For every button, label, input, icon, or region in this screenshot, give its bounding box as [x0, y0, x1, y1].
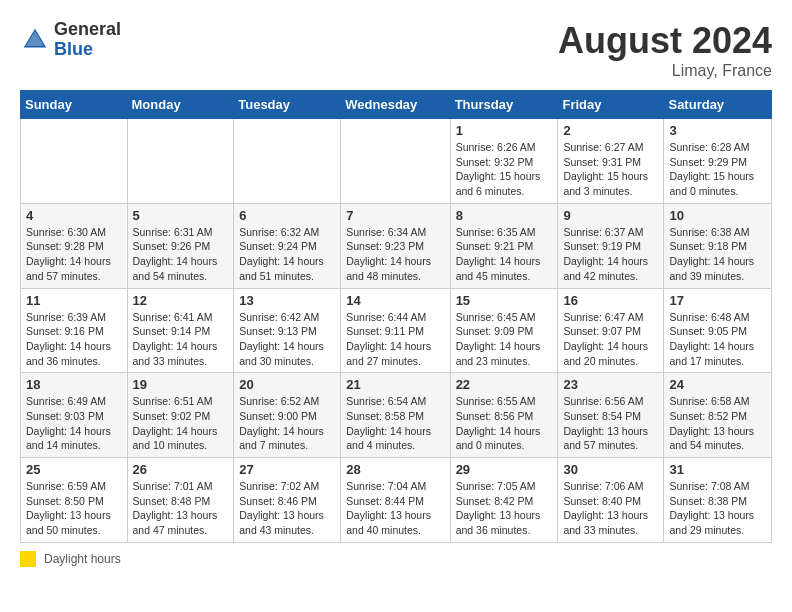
calendar-cell: 6Sunrise: 6:32 AM Sunset: 9:24 PM Daylig… — [234, 203, 341, 288]
legend-color-box — [20, 551, 36, 567]
day-info: Sunrise: 6:54 AM Sunset: 8:58 PM Dayligh… — [346, 394, 444, 453]
day-number: 26 — [133, 462, 229, 477]
calendar-cell: 22Sunrise: 6:55 AM Sunset: 8:56 PM Dayli… — [450, 373, 558, 458]
calendar-cell: 15Sunrise: 6:45 AM Sunset: 9:09 PM Dayli… — [450, 288, 558, 373]
day-number: 27 — [239, 462, 335, 477]
day-number: 6 — [239, 208, 335, 223]
day-info: Sunrise: 7:02 AM Sunset: 8:46 PM Dayligh… — [239, 479, 335, 538]
day-info: Sunrise: 6:44 AM Sunset: 9:11 PM Dayligh… — [346, 310, 444, 369]
day-info: Sunrise: 6:30 AM Sunset: 9:28 PM Dayligh… — [26, 225, 122, 284]
day-number: 13 — [239, 293, 335, 308]
day-number: 5 — [133, 208, 229, 223]
calendar-cell: 28Sunrise: 7:04 AM Sunset: 8:44 PM Dayli… — [341, 458, 450, 543]
logo-icon — [20, 25, 50, 55]
calendar-week-row: 18Sunrise: 6:49 AM Sunset: 9:03 PM Dayli… — [21, 373, 772, 458]
day-info: Sunrise: 6:32 AM Sunset: 9:24 PM Dayligh… — [239, 225, 335, 284]
day-info: Sunrise: 6:26 AM Sunset: 9:32 PM Dayligh… — [456, 140, 553, 199]
calendar-cell: 21Sunrise: 6:54 AM Sunset: 8:58 PM Dayli… — [341, 373, 450, 458]
legend: Daylight hours — [20, 551, 772, 567]
day-info: Sunrise: 6:47 AM Sunset: 9:07 PM Dayligh… — [563, 310, 658, 369]
calendar-cell: 17Sunrise: 6:48 AM Sunset: 9:05 PM Dayli… — [664, 288, 772, 373]
logo: General Blue — [20, 20, 121, 60]
calendar-cell: 7Sunrise: 6:34 AM Sunset: 9:23 PM Daylig… — [341, 203, 450, 288]
calendar-cell — [234, 119, 341, 204]
calendar-cell: 16Sunrise: 6:47 AM Sunset: 9:07 PM Dayli… — [558, 288, 664, 373]
day-number: 22 — [456, 377, 553, 392]
day-info: Sunrise: 6:49 AM Sunset: 9:03 PM Dayligh… — [26, 394, 122, 453]
calendar-week-row: 1Sunrise: 6:26 AM Sunset: 9:32 PM Daylig… — [21, 119, 772, 204]
day-info: Sunrise: 6:41 AM Sunset: 9:14 PM Dayligh… — [133, 310, 229, 369]
calendar-header-wednesday: Wednesday — [341, 91, 450, 119]
day-info: Sunrise: 6:31 AM Sunset: 9:26 PM Dayligh… — [133, 225, 229, 284]
calendar-cell: 1Sunrise: 6:26 AM Sunset: 9:32 PM Daylig… — [450, 119, 558, 204]
page-header: General Blue August 2024 Limay, France — [20, 20, 772, 80]
day-info: Sunrise: 7:04 AM Sunset: 8:44 PM Dayligh… — [346, 479, 444, 538]
calendar-header-saturday: Saturday — [664, 91, 772, 119]
calendar-cell: 14Sunrise: 6:44 AM Sunset: 9:11 PM Dayli… — [341, 288, 450, 373]
day-info: Sunrise: 6:34 AM Sunset: 9:23 PM Dayligh… — [346, 225, 444, 284]
day-info: Sunrise: 6:52 AM Sunset: 9:00 PM Dayligh… — [239, 394, 335, 453]
calendar-week-row: 11Sunrise: 6:39 AM Sunset: 9:16 PM Dayli… — [21, 288, 772, 373]
calendar-cell: 30Sunrise: 7:06 AM Sunset: 8:40 PM Dayli… — [558, 458, 664, 543]
day-number: 9 — [563, 208, 658, 223]
day-info: Sunrise: 6:28 AM Sunset: 9:29 PM Dayligh… — [669, 140, 766, 199]
day-info: Sunrise: 6:42 AM Sunset: 9:13 PM Dayligh… — [239, 310, 335, 369]
day-info: Sunrise: 6:38 AM Sunset: 9:18 PM Dayligh… — [669, 225, 766, 284]
calendar-cell: 12Sunrise: 6:41 AM Sunset: 9:14 PM Dayli… — [127, 288, 234, 373]
day-number: 24 — [669, 377, 766, 392]
calendar-header-thursday: Thursday — [450, 91, 558, 119]
day-number: 4 — [26, 208, 122, 223]
calendar-header-friday: Friday — [558, 91, 664, 119]
logo-text: General Blue — [54, 20, 121, 60]
calendar-cell: 20Sunrise: 6:52 AM Sunset: 9:00 PM Dayli… — [234, 373, 341, 458]
day-number: 21 — [346, 377, 444, 392]
title-block: August 2024 Limay, France — [558, 20, 772, 80]
calendar-cell — [21, 119, 128, 204]
calendar-cell: 9Sunrise: 6:37 AM Sunset: 9:19 PM Daylig… — [558, 203, 664, 288]
calendar-header-row: SundayMondayTuesdayWednesdayThursdayFrid… — [21, 91, 772, 119]
calendar-cell: 5Sunrise: 6:31 AM Sunset: 9:26 PM Daylig… — [127, 203, 234, 288]
day-info: Sunrise: 7:05 AM Sunset: 8:42 PM Dayligh… — [456, 479, 553, 538]
day-info: Sunrise: 6:59 AM Sunset: 8:50 PM Dayligh… — [26, 479, 122, 538]
calendar-week-row: 25Sunrise: 6:59 AM Sunset: 8:50 PM Dayli… — [21, 458, 772, 543]
day-number: 25 — [26, 462, 122, 477]
day-info: Sunrise: 6:55 AM Sunset: 8:56 PM Dayligh… — [456, 394, 553, 453]
calendar-cell: 26Sunrise: 7:01 AM Sunset: 8:48 PM Dayli… — [127, 458, 234, 543]
calendar-cell: 10Sunrise: 6:38 AM Sunset: 9:18 PM Dayli… — [664, 203, 772, 288]
calendar-cell: 31Sunrise: 7:08 AM Sunset: 8:38 PM Dayli… — [664, 458, 772, 543]
day-info: Sunrise: 6:51 AM Sunset: 9:02 PM Dayligh… — [133, 394, 229, 453]
calendar-cell: 19Sunrise: 6:51 AM Sunset: 9:02 PM Dayli… — [127, 373, 234, 458]
calendar-table: SundayMondayTuesdayWednesdayThursdayFrid… — [20, 90, 772, 543]
day-info: Sunrise: 6:27 AM Sunset: 9:31 PM Dayligh… — [563, 140, 658, 199]
day-info: Sunrise: 6:37 AM Sunset: 9:19 PM Dayligh… — [563, 225, 658, 284]
calendar-header-sunday: Sunday — [21, 91, 128, 119]
calendar-cell: 27Sunrise: 7:02 AM Sunset: 8:46 PM Dayli… — [234, 458, 341, 543]
day-number: 18 — [26, 377, 122, 392]
day-info: Sunrise: 7:08 AM Sunset: 8:38 PM Dayligh… — [669, 479, 766, 538]
day-info: Sunrise: 6:48 AM Sunset: 9:05 PM Dayligh… — [669, 310, 766, 369]
day-info: Sunrise: 6:35 AM Sunset: 9:21 PM Dayligh… — [456, 225, 553, 284]
calendar-header-tuesday: Tuesday — [234, 91, 341, 119]
calendar-week-row: 4Sunrise: 6:30 AM Sunset: 9:28 PM Daylig… — [21, 203, 772, 288]
calendar-cell: 18Sunrise: 6:49 AM Sunset: 9:03 PM Dayli… — [21, 373, 128, 458]
day-number: 31 — [669, 462, 766, 477]
day-number: 28 — [346, 462, 444, 477]
day-number: 8 — [456, 208, 553, 223]
calendar-cell: 4Sunrise: 6:30 AM Sunset: 9:28 PM Daylig… — [21, 203, 128, 288]
location: Limay, France — [558, 62, 772, 80]
day-number: 19 — [133, 377, 229, 392]
day-info: Sunrise: 7:01 AM Sunset: 8:48 PM Dayligh… — [133, 479, 229, 538]
month-year: August 2024 — [558, 20, 772, 62]
calendar-cell — [127, 119, 234, 204]
day-number: 3 — [669, 123, 766, 138]
calendar-cell: 2Sunrise: 6:27 AM Sunset: 9:31 PM Daylig… — [558, 119, 664, 204]
calendar-cell: 23Sunrise: 6:56 AM Sunset: 8:54 PM Dayli… — [558, 373, 664, 458]
calendar-cell: 11Sunrise: 6:39 AM Sunset: 9:16 PM Dayli… — [21, 288, 128, 373]
logo-blue-text: Blue — [54, 40, 121, 60]
day-number: 30 — [563, 462, 658, 477]
day-number: 1 — [456, 123, 553, 138]
day-number: 20 — [239, 377, 335, 392]
day-number: 11 — [26, 293, 122, 308]
calendar-cell: 29Sunrise: 7:05 AM Sunset: 8:42 PM Dayli… — [450, 458, 558, 543]
day-number: 23 — [563, 377, 658, 392]
